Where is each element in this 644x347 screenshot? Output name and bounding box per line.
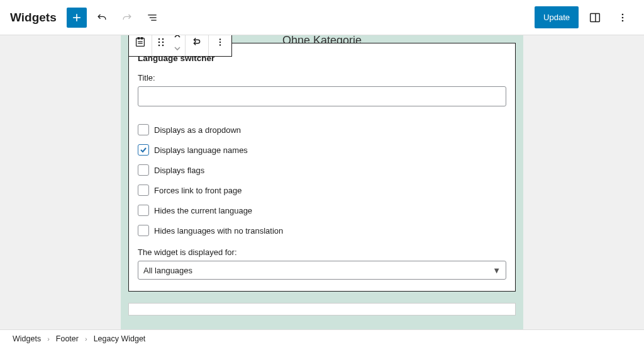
checkbox[interactable]	[138, 144, 149, 156]
chevron-up-icon	[173, 35, 182, 39]
svg-point-20	[162, 45, 164, 47]
checkbox[interactable]	[138, 124, 149, 135]
redo-button[interactable]	[117, 8, 137, 28]
add-block-button[interactable]	[67, 8, 87, 28]
list-view-button[interactable]	[142, 8, 162, 28]
svg-rect-5	[591, 13, 600, 21]
svg-rect-11	[138, 38, 139, 39]
svg-point-18	[162, 42, 164, 43]
plus-icon	[70, 11, 83, 24]
option-flags[interactable]: Displays flags	[138, 164, 506, 176]
move-up-button[interactable]	[172, 35, 182, 42]
block-more-options[interactable]	[209, 35, 231, 56]
svg-point-7	[622, 13, 624, 15]
svg-rect-10	[136, 38, 145, 47]
redo-icon	[121, 11, 133, 24]
undo-icon	[96, 11, 108, 24]
option-names[interactable]: Displays language names	[138, 144, 506, 156]
move-to-area-button[interactable]	[186, 35, 208, 56]
undo-button[interactable]	[92, 8, 112, 28]
title-label: Title:	[138, 73, 506, 82]
option-label: Hides languages with no translation	[154, 226, 283, 236]
breadcrumb-item[interactable]: Widgets	[13, 334, 41, 343]
chevron-down-icon	[173, 45, 182, 52]
svg-point-21	[219, 38, 221, 40]
widget-form: Language switcher Title: Displays as a d…	[128, 43, 516, 292]
breadcrumb-sep: ›	[47, 335, 50, 343]
breadcrumb-item[interactable]: Legacy Widget	[94, 334, 146, 343]
breadcrumb-sep: ›	[85, 335, 87, 343]
svg-point-23	[219, 44, 221, 45]
settings-sidebar-toggle[interactable]	[584, 6, 606, 29]
option-label: Displays language names	[154, 145, 248, 155]
update-button[interactable]: Update	[535, 6, 579, 28]
legacy-widget-block[interactable]: Language switcher Title: Displays as a d…	[128, 43, 516, 292]
svg-point-17	[158, 42, 160, 43]
block-breadcrumb: Widgets › Footer › Legacy Widget	[0, 329, 644, 347]
list-view-icon	[146, 11, 158, 24]
sidebar-icon	[588, 11, 602, 25]
option-dropdown[interactable]: Displays as a dropdown	[138, 124, 506, 135]
next-block-partial[interactable]	[128, 303, 516, 316]
more-options-button[interactable]	[611, 6, 634, 29]
svg-point-22	[219, 42, 221, 43]
option-label: Displays as a dropdown	[154, 125, 241, 135]
move-to-icon	[190, 35, 204, 49]
move-down-button[interactable]	[172, 42, 182, 55]
legacy-widget-icon	[133, 35, 147, 49]
svg-point-19	[158, 45, 160, 47]
svg-rect-12	[141, 38, 142, 39]
block-type-button[interactable]	[129, 35, 152, 56]
kebab-icon	[616, 11, 629, 24]
checkbox[interactable]	[138, 205, 149, 216]
option-force-front[interactable]: Forces link to front page	[138, 185, 506, 196]
drag-icon	[157, 37, 165, 48]
option-hide-current[interactable]: Hides the current language	[138, 205, 506, 216]
display-for-select[interactable]: All languages ▼	[138, 261, 506, 280]
editor-top-toolbar: Widgets Update	[0, 0, 644, 35]
caret-down-icon: ▼	[492, 266, 501, 275]
option-label: Displays flags	[154, 166, 204, 175]
checkbox[interactable]	[138, 164, 149, 176]
select-value: All languages	[143, 266, 192, 275]
display-for-label: The widget is displayed for:	[138, 247, 506, 257]
option-label: Hides the current language	[154, 206, 252, 215]
svg-point-8	[622, 16, 624, 18]
drag-handle[interactable]	[152, 35, 170, 56]
breadcrumb-item[interactable]: Footer	[56, 334, 79, 343]
checkbox[interactable]	[138, 185, 149, 196]
svg-point-9	[622, 20, 624, 21]
widget-area-footer: Ohne Kategorie	[121, 35, 523, 329]
checkbox[interactable]	[138, 225, 149, 236]
option-label: Forces link to front page	[154, 186, 242, 195]
page-title: Widgets	[10, 11, 57, 25]
kebab-icon	[214, 37, 226, 48]
svg-point-16	[162, 38, 164, 40]
option-hide-no-translation[interactable]: Hides languages with no translation	[138, 225, 506, 236]
title-input[interactable]	[138, 86, 506, 106]
svg-point-15	[158, 38, 160, 40]
editor-canvas[interactable]: Ohne Kategorie	[0, 35, 644, 329]
block-toolbar	[128, 35, 232, 57]
